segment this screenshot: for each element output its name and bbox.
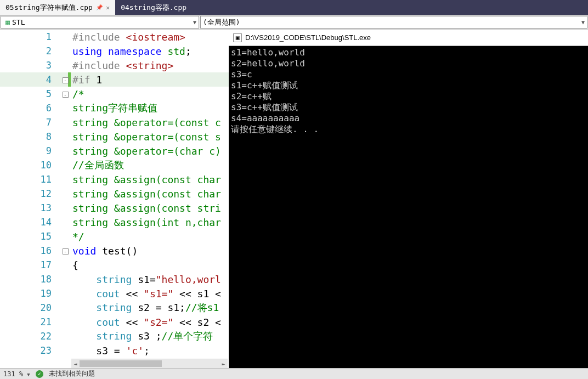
chevron-down-icon: ▼ xyxy=(581,19,585,25)
code-text[interactable]: string s1="hello,worl xyxy=(70,274,221,285)
code-text[interactable]: { xyxy=(70,259,78,271)
fold-toggle-icon[interactable]: - xyxy=(63,92,69,98)
line-number: 16 xyxy=(0,245,60,256)
code-text[interactable]: s3 = 'c'; xyxy=(70,345,150,357)
code-text[interactable]: */ xyxy=(70,231,84,242)
editor-hscroll[interactable]: ◄ ► xyxy=(71,359,228,368)
line-number: 4 xyxy=(0,74,60,85)
code-text[interactable]: string &operator=(const c xyxy=(70,117,221,128)
line-number: 17 xyxy=(0,259,60,270)
scroll-thumb[interactable] xyxy=(80,360,162,367)
line-number: 2 xyxy=(0,46,60,56)
close-icon[interactable]: ✕ xyxy=(106,4,110,12)
tab-bar: 05string字符串赋值.cpp 📌 ✕ 04string容器.cpp xyxy=(0,0,588,15)
zoom-value: 131 % xyxy=(3,370,23,378)
nav-dropdown-bar: STL ▼ (全局范围) ▼ xyxy=(0,15,588,30)
tab-active[interactable]: 05string字符串赋值.cpp 📌 ✕ xyxy=(0,0,115,15)
fold-toggle-icon[interactable]: - xyxy=(63,77,69,83)
line-number: 5 xyxy=(0,88,60,99)
console-title: D:\VS2019_CODE\STL\Debug\STL.exe xyxy=(245,33,371,42)
fold-gutter[interactable]: - xyxy=(60,246,70,255)
code-text[interactable]: string &assign(const char xyxy=(70,174,221,185)
console-titlebar[interactable]: ▣ D:\VS2019_CODE\STL\Debug\STL.exe xyxy=(229,30,588,46)
code-text[interactable]: void test() xyxy=(70,245,138,257)
issues-text[interactable]: 未找到相关问题 xyxy=(49,369,95,378)
line-number: 23 xyxy=(0,345,60,356)
dropdown-text: (全局范围) xyxy=(203,18,240,27)
fold-gutter[interactable]: - xyxy=(60,89,70,98)
fold-toggle-icon[interactable]: - xyxy=(63,248,69,254)
code-text[interactable]: #include <iostream> xyxy=(70,31,185,43)
line-number: 13 xyxy=(0,202,60,213)
code-text[interactable]: string s3 ;//单个字符 xyxy=(70,330,213,343)
line-number: 15 xyxy=(0,231,60,242)
app-icon: ▣ xyxy=(233,33,242,42)
line-number: 3 xyxy=(0,60,60,71)
code-text[interactable]: string &assign(const stri xyxy=(70,202,221,214)
code-text[interactable]: /* xyxy=(70,88,84,100)
code-text[interactable]: string &operator=(char c) xyxy=(70,145,221,157)
line-number: 6 xyxy=(0,103,60,114)
code-text[interactable]: using namespace std; xyxy=(70,46,191,57)
code-text[interactable]: cout << "s2=" << s2 < xyxy=(70,316,221,328)
line-number: 11 xyxy=(0,174,60,185)
scope-dropdown-left[interactable]: STL ▼ xyxy=(1,16,199,29)
code-text[interactable]: string &assign(const char xyxy=(70,188,221,200)
code-text[interactable]: //全局函数 xyxy=(70,159,124,172)
pin-icon[interactable]: 📌 xyxy=(96,4,103,10)
line-number: 1 xyxy=(0,31,60,42)
tab-label: 05string字符串赋值.cpp xyxy=(5,3,93,13)
scroll-right-arrow[interactable]: ► xyxy=(219,359,228,369)
ok-icon: ✓ xyxy=(36,370,43,378)
console-window: ▣ D:\VS2019_CODE\STL\Debug\STL.exe s1=he… xyxy=(229,30,588,368)
fold-gutter[interactable]: - xyxy=(60,75,70,84)
chevron-down-icon: ▼ xyxy=(27,372,30,377)
line-number: 8 xyxy=(0,131,60,142)
project-icon xyxy=(3,18,12,27)
line-number: 14 xyxy=(0,217,60,228)
scope-dropdown-right[interactable]: (全局范围) ▼ xyxy=(200,16,587,29)
line-number: 12 xyxy=(0,188,60,199)
code-text[interactable]: string字符串赋值 xyxy=(70,101,157,115)
code-text[interactable]: #include <string> xyxy=(70,60,173,71)
code-text[interactable]: string &assign(int n,char xyxy=(70,217,221,228)
scroll-left-arrow[interactable]: ◄ xyxy=(71,359,80,369)
line-number: 18 xyxy=(0,274,60,285)
code-text[interactable]: #if 1 xyxy=(70,74,102,86)
tab-label: 04string容器.cpp xyxy=(121,3,186,13)
code-text[interactable]: string s2 = s1;//将s1 xyxy=(70,301,219,314)
line-number: 7 xyxy=(0,117,60,128)
line-number: 9 xyxy=(0,145,60,156)
zoom-level[interactable]: 131 % ▼ xyxy=(3,370,30,378)
code-text[interactable]: string &operator=(const s xyxy=(70,131,221,143)
line-number: 22 xyxy=(0,331,60,342)
dropdown-text: STL xyxy=(12,18,25,26)
tab-inactive[interactable]: 04string容器.cpp xyxy=(115,0,192,15)
code-text[interactable]: cout << "s1=" << s1 < xyxy=(70,288,221,299)
line-number: 19 xyxy=(0,288,60,299)
line-number: 20 xyxy=(0,302,60,313)
console-output[interactable]: s1=hello,world s2=hello,world s3=c s1=c+… xyxy=(229,46,588,136)
line-number: 21 xyxy=(0,316,60,327)
status-bar: 131 % ▼ ✓ 未找到相关问题 xyxy=(0,368,588,379)
line-number: 10 xyxy=(0,160,60,171)
chevron-down-icon: ▼ xyxy=(193,19,196,25)
